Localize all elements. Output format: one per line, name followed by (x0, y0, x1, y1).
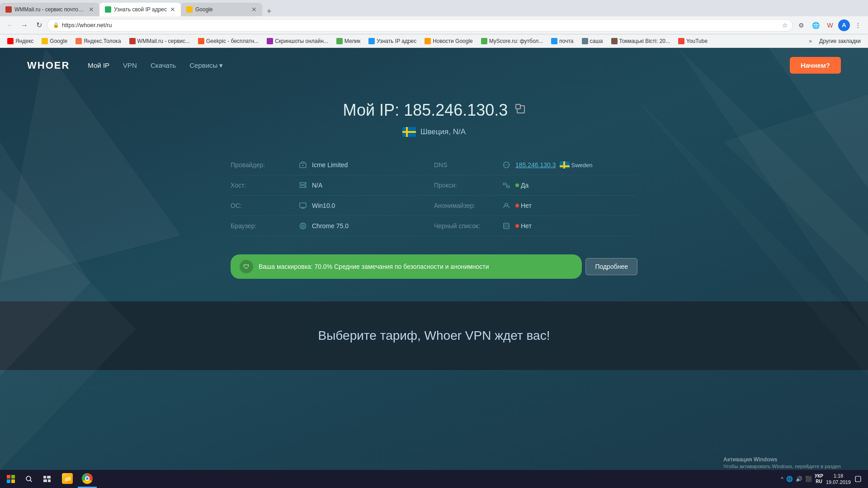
bookmark-ip-label: Узнать IP адрес (377, 38, 416, 44)
svg-rect-36 (43, 476, 46, 479)
taskbar-task-view[interactable] (38, 470, 56, 488)
tab-close-whoer[interactable]: ✕ (170, 6, 175, 13)
lock-icon: 🔒 (53, 22, 59, 28)
info-blacklist: Черный список: Нет (434, 216, 637, 236)
taskbar-time: 1:18 (826, 473, 851, 479)
anon-label: Анонимайзер: (434, 202, 497, 209)
start-button[interactable]: Начнем? (790, 57, 841, 74)
bookmarks-more[interactable]: » (806, 37, 815, 45)
nav-download[interactable]: Скачать (151, 61, 176, 69)
provider-label: Провайдер: (231, 161, 294, 169)
anon-status-dot (515, 204, 519, 207)
tab-google[interactable]: Google ✕ (181, 3, 262, 16)
blacklist-value: Нет (521, 222, 532, 230)
address-url[interactable]: https://whoer.net/ru (62, 22, 112, 28)
bookmarks-bar: Яндекс Google Яндекс.Толока WMMail.ru - … (0, 34, 868, 48)
chrome-app-icon (82, 473, 93, 484)
os-icon (298, 201, 307, 210)
chevron-down-icon: ▾ (219, 61, 223, 70)
copy-ip-button[interactable] (517, 105, 525, 113)
tab-favicon-google (186, 6, 193, 13)
info-browser: Браузер: Chrome 75.0 (231, 216, 434, 236)
back-button[interactable]: ← (4, 19, 16, 32)
security-bar-container: 🛡 Ваша маскировка: 70.0% Средние замечан… (231, 254, 637, 279)
tab-close-google[interactable]: ✕ (251, 6, 257, 13)
site-logo[interactable]: WHOER (27, 60, 70, 71)
extensions-icon[interactable]: ⚙ (795, 19, 807, 32)
svg-rect-30 (7, 475, 10, 479)
bookmark-ip[interactable]: Узнать IP адрес (365, 37, 420, 45)
bookmark-yandex-label: Яндекс (15, 38, 33, 44)
bookmark-myscore-favicon (481, 38, 487, 44)
tray-expand-icon[interactable]: ^ (781, 476, 783, 482)
battery-tray-icon: ⬛ (805, 476, 812, 482)
bottom-title: Выберите тариф, Whoer VPN ждет вас! (27, 328, 841, 343)
tab-wm[interactable]: WMMail.ru - сервис почтовых р... ✕ (0, 3, 99, 16)
bookmark-news-label: Новости Google (433, 38, 472, 44)
security-text: Ваша маскировка: 70.0% Средние замечания… (259, 263, 489, 270)
nav-my-ip[interactable]: Мой IP (88, 61, 109, 69)
windows-activation-notice: Активация Windows Чтобы активировать Win… (723, 456, 859, 470)
ip-display: Мой IP: 185.246.130.3 (27, 101, 841, 120)
bookmark-other-folder[interactable]: Другие закладки (816, 37, 864, 45)
bookmark-print[interactable]: Скриншоты онлайн... (263, 37, 332, 45)
tab-whoer[interactable]: Узнать свой IP адрес ✕ (99, 3, 181, 16)
bookmark-yt[interactable]: YouTube (675, 37, 711, 45)
nav-vpn[interactable]: VPN (123, 61, 137, 69)
svg-rect-25 (507, 186, 509, 188)
language-indicator[interactable]: УКРRU (815, 474, 823, 484)
notifications-button[interactable] (854, 474, 863, 483)
sweden-flag-icon (402, 127, 416, 137)
profile-avatar[interactable]: A (838, 19, 850, 31)
taskbar-app-chrome[interactable] (78, 470, 97, 488)
new-tab-button[interactable]: + (262, 7, 276, 16)
info-provider: Провайдер: Icme Limited (231, 155, 434, 175)
win-activation-text: Чтобы активировать Windows, перейдите в … (723, 464, 859, 470)
taskbar-search-button[interactable] (20, 470, 38, 488)
bookmark-google[interactable]: Google (38, 37, 71, 45)
bookmark-yandex[interactable]: Яндекс (4, 37, 37, 45)
network-tray-icon[interactable]: 🌐 (786, 476, 793, 482)
bookmark-other-label: Другие закладки (819, 38, 861, 44)
taskbar-clock[interactable]: 1:18 19.07.2019 (826, 473, 851, 486)
bookmark-geek[interactable]: Geekpic - бесплатн... (194, 37, 262, 45)
tab-favicon-wm (5, 6, 12, 13)
header-right: Начнем? (790, 57, 841, 74)
forward-button[interactable]: → (18, 19, 31, 32)
nav-services[interactable]: Сервисы ▾ (189, 61, 223, 70)
bookmark-news[interactable]: Новости Google (421, 37, 476, 45)
dns-label: DNS (434, 161, 497, 169)
star-icon[interactable]: ☆ (782, 22, 788, 29)
details-button[interactable]: Подробнее (585, 258, 637, 275)
security-bar: 🛡 Ваша маскировка: 70.0% Средние замечан… (231, 254, 582, 279)
dns-value[interactable]: 185.246.130.3 (515, 161, 556, 169)
taskbar-app-explorer[interactable]: 📁 (58, 470, 77, 488)
globe-icon[interactable]: 🌐 (809, 19, 822, 32)
bookmark-wm[interactable]: WMMail.ru - сервис... (126, 37, 193, 45)
info-dns: DNS 185.246.130.3 Sweden (434, 155, 637, 175)
svg-point-23 (508, 164, 509, 165)
taskbar: 📁 ^ 🌐 🔊 ⬛ УКРRU 1:18 19.07.2019 (0, 470, 868, 488)
bookmark-melik[interactable]: Мелик (333, 37, 364, 45)
tab-label-whoer: Узнать свой IP адрес (114, 6, 167, 13)
bookmark-toloka[interactable]: Яндекс.Толока (72, 37, 125, 45)
tab-bar: WMMail.ru - сервис почтовых р... ✕ Узнат… (0, 0, 868, 16)
dns-flag-icon (560, 161, 570, 169)
menu-icon[interactable]: ⋮ (852, 19, 864, 32)
bookmark-pochta[interactable]: почта (547, 37, 577, 45)
svg-rect-32 (7, 479, 10, 483)
bookmark-myscore[interactable]: MyScore.ru: футбол... (477, 37, 547, 45)
volume-tray-icon[interactable]: 🔊 (796, 476, 802, 482)
bookmark-sasha[interactable]: саша (578, 37, 607, 45)
reload-button[interactable]: ↻ (33, 19, 45, 32)
blacklist-status: Нет (515, 222, 532, 230)
wm-extension-icon[interactable]: W (824, 19, 836, 32)
tab-close-wm[interactable]: ✕ (89, 6, 94, 13)
blacklist-label: Черный список: (434, 222, 497, 230)
bookmark-tom[interactable]: Токмацькі Вісті: 20... (608, 37, 674, 45)
browser-label: Браузер: (231, 222, 294, 230)
bookmark-tom-label: Токмацькі Вісті: 20... (619, 38, 670, 44)
info-os: ОС: Win10.0 (231, 196, 434, 216)
start-menu-button[interactable] (2, 470, 20, 488)
browser-window: WMMail.ru - сервис почтовых р... ✕ Узнат… (0, 0, 868, 48)
